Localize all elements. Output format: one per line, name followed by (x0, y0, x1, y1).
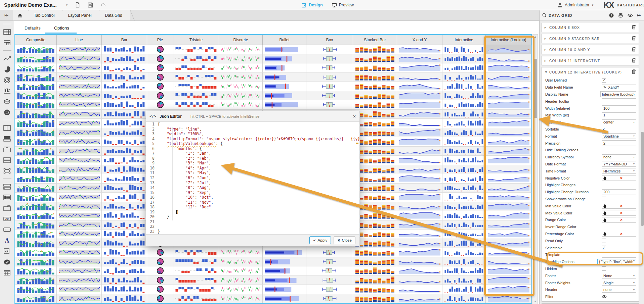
clear-color-icon[interactable]: × (607, 211, 636, 215)
grid-cell[interactable] (219, 91, 263, 100)
grid-cell[interactable] (15, 100, 57, 109)
grid-cell[interactable] (57, 174, 102, 183)
grid-cell[interactable] (173, 257, 219, 266)
grid-cell[interactable] (486, 147, 531, 156)
grid-cell[interactable] (102, 202, 147, 211)
grid-cell[interactable] (306, 45, 353, 54)
preview-mode-button[interactable]: Preview (332, 3, 354, 8)
grid-cell[interactable] (353, 100, 397, 109)
grid-cell[interactable] (397, 184, 442, 193)
grid-cell[interactable] (102, 147, 147, 156)
grid-cell[interactable] (263, 266, 306, 275)
grid-cell[interactable] (57, 45, 102, 54)
grid-cell[interactable] (15, 91, 57, 100)
grid-cell[interactable] (15, 63, 57, 72)
grid-cell[interactable] (442, 128, 486, 137)
grid-cell[interactable] (57, 285, 102, 294)
grid-cell[interactable] (15, 184, 57, 193)
code-line[interactable]: 8 "2": "Feb", (146, 156, 359, 161)
column-section-column-11-interactive[interactable]: ▸ COLUMN 11 INTERACTIVE (542, 56, 639, 65)
grid-cell[interactable] (306, 63, 353, 72)
highlight-changes-checkbox[interactable] (602, 183, 606, 187)
grid-cell[interactable] (147, 276, 173, 285)
grid-cell[interactable] (102, 156, 147, 165)
grid-cell[interactable] (57, 119, 102, 128)
cube-3d-icon[interactable] (0, 96, 14, 106)
grid-cell[interactable] (486, 54, 531, 63)
grid-column-header-bar[interactable]: Bar (102, 35, 147, 45)
grid-cell[interactable] (397, 119, 442, 128)
grid-cell[interactable] (147, 248, 173, 257)
grid-column-header-composite[interactable]: Composite (15, 35, 57, 45)
precision-input[interactable]: 2 (602, 140, 636, 146)
grid-cell[interactable] (219, 54, 263, 63)
grid-cell[interactable] (442, 184, 486, 193)
code-line[interactable]: 12 "6": "Jun", (146, 175, 359, 181)
grid-cell[interactable] (102, 110, 147, 119)
code-line[interactable]: 11 "5": "May", (146, 170, 359, 175)
grid-cell[interactable] (15, 165, 57, 174)
grid-cell[interactable] (57, 54, 102, 63)
grid-cell[interactable] (353, 63, 397, 72)
grid-cell[interactable] (397, 82, 442, 91)
grid-cell[interactable] (397, 248, 442, 257)
header-panel-icon[interactable] (0, 134, 14, 144)
grid-cell[interactable] (57, 239, 102, 248)
grid-cell[interactable] (486, 156, 531, 165)
grid-cell[interactable] (15, 285, 57, 294)
grid-cell[interactable] (442, 239, 486, 248)
grid-cell[interactable] (353, 248, 397, 257)
filter-visibility-toggle[interactable] (602, 295, 607, 298)
code-line[interactable]: 17 "11": "Nov", (146, 200, 359, 205)
grid-cell[interactable] (102, 63, 147, 72)
grid-cell[interactable] (397, 211, 442, 220)
grid-cell[interactable] (173, 45, 219, 54)
grid-cell[interactable] (486, 119, 531, 128)
grid-scrollbar-thumb[interactable] (533, 59, 537, 118)
grid-cell[interactable] (219, 248, 263, 257)
grid-cell[interactable] (102, 276, 147, 285)
grid-cell[interactable] (102, 82, 147, 91)
grid-cell[interactable] (397, 147, 442, 156)
grid-cell[interactable] (15, 110, 57, 119)
negative-color-color-picker[interactable]: × (602, 175, 636, 181)
grid-cell[interactable] (173, 91, 219, 100)
grid-cell[interactable] (442, 211, 486, 220)
grid-cell[interactable] (442, 91, 486, 100)
grid-cell[interactable] (57, 294, 102, 303)
grid-cell[interactable] (57, 276, 102, 285)
grid-cell[interactable] (147, 257, 173, 266)
grid-cell[interactable] (173, 294, 219, 303)
code-line[interactable]: 21 (146, 219, 359, 224)
grid-cell[interactable] (397, 285, 442, 294)
grid-cell[interactable] (397, 239, 442, 248)
sortable-checkbox[interactable]: ✓ (602, 127, 606, 131)
visibility-icon[interactable] (628, 13, 633, 17)
column-section-column-10-x-and-y[interactable]: ▸ COLUMN 10 X AND Y (542, 45, 639, 54)
percentage-color-color-picker[interactable]: × (602, 231, 636, 237)
grid-cell[interactable] (57, 257, 102, 266)
grid-cell[interactable] (263, 73, 306, 82)
grid-cell[interactable] (102, 100, 147, 109)
ok-button-icon[interactable]: OK (0, 214, 14, 224)
grid-cell[interactable] (15, 82, 57, 91)
grid-cell[interactable] (397, 45, 442, 54)
grid-cell[interactable] (57, 165, 102, 174)
code-line[interactable]: 6 "months": { (146, 146, 359, 151)
grid-cell[interactable] (173, 276, 219, 285)
grid-table-icon[interactable] (0, 27, 14, 37)
grid-cell[interactable] (353, 276, 397, 285)
grid-cell[interactable] (442, 276, 486, 285)
delete-column-icon[interactable] (632, 47, 636, 53)
grid-cell[interactable] (102, 165, 147, 174)
grid-cell[interactable] (15, 266, 57, 275)
design-mode-button[interactable]: Design (302, 3, 323, 8)
breadcrumb-layout-panel[interactable]: Layout Panel (62, 10, 99, 20)
grid-cell[interactable] (397, 220, 442, 230)
grid-cell[interactable] (353, 294, 397, 303)
grid-cell[interactable] (263, 294, 306, 303)
check-oval-icon[interactable] (0, 257, 14, 267)
grid-cell[interactable] (219, 45, 263, 54)
scroll-down-icon[interactable]: ▼ (533, 300, 538, 303)
grid-cell[interactable] (353, 73, 397, 82)
